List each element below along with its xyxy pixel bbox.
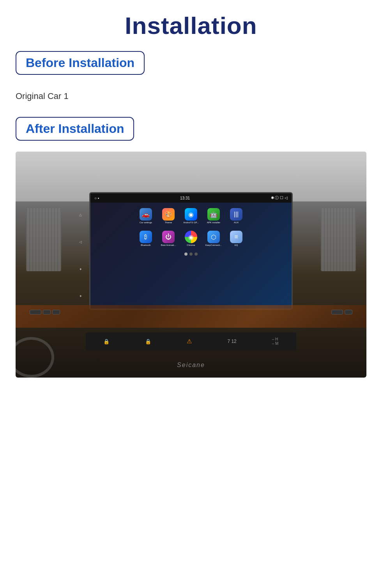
app-theme-label: Theme bbox=[165, 221, 172, 224]
app-aux-label: AUX bbox=[234, 221, 239, 224]
app-easy-label: EasyConnecti... bbox=[205, 244, 222, 246]
app-boot-icon: ⏻ bbox=[162, 231, 175, 243]
app-eq[interactable]: ≡ EQ bbox=[226, 228, 246, 249]
app-androits-icon: ◉ bbox=[185, 208, 197, 221]
app-easy-icon: ⬡ bbox=[207, 231, 220, 243]
app-boot-animation[interactable]: ⏻ Boot Animati... bbox=[158, 228, 179, 249]
app-apk-label: APK installer bbox=[207, 221, 220, 224]
vent-right-after bbox=[321, 208, 356, 271]
app-aux[interactable]: ||| AUX bbox=[226, 206, 246, 226]
after-bottom-controls: 🔒 🔒 ⚠ 7 12 – H– M bbox=[86, 332, 296, 350]
app-theme-icon: 🎨 bbox=[162, 208, 175, 221]
left-lower-controls bbox=[30, 310, 60, 314]
after-car-image: △ ◁ ✦ ✦ ○ ▪ 13:31 ✱ ⓘ ☐ ◁ 🚗 Car settings bbox=[16, 152, 366, 378]
app-boot-label: Boot Animati... bbox=[161, 244, 176, 246]
app-theme[interactable]: 🎨 Theme bbox=[158, 206, 179, 226]
before-installation-badge: Before Installation bbox=[16, 51, 145, 75]
steering-wheel-after bbox=[16, 337, 54, 378]
side-controls-left: △ ◁ ✦ ✦ bbox=[72, 201, 89, 310]
android-right-status: ✱ ⓘ ☐ ◁ bbox=[271, 195, 288, 201]
app-apk-icon: 🤖 bbox=[207, 208, 220, 221]
app-car-settings-label: Car settings bbox=[140, 221, 152, 224]
android-time: 13:31 bbox=[180, 196, 190, 200]
after-installation-badge: After Installation bbox=[16, 117, 134, 141]
app-aux-icon: ||| bbox=[230, 208, 242, 221]
android-row-1: 🚗 Car settings 🎨 Theme ◉ AndroiTS GP... … bbox=[94, 206, 288, 226]
app-chrome[interactable]: ◉ Chrome bbox=[181, 228, 201, 249]
app-easy-connect[interactable]: ⬡ EasyConnecti... bbox=[203, 228, 224, 249]
app-car-settings-icon: 🚗 bbox=[140, 208, 152, 221]
app-bluetooth[interactable]: ₿ Bluetooth bbox=[136, 228, 156, 249]
android-head-unit[interactable]: ○ ▪ 13:31 ✱ ⓘ ☐ ◁ 🚗 Car settings 🎨 Theme bbox=[89, 192, 293, 310]
app-androits-label: AndroiTS GP... bbox=[183, 221, 199, 224]
wood-trim-after bbox=[16, 305, 366, 328]
vent-left-after bbox=[26, 208, 61, 271]
after-installation-label: After Installation bbox=[26, 122, 124, 136]
android-row-2: ₿ Bluetooth ⏻ Boot Animati... ◉ Chrome ⬡… bbox=[94, 228, 288, 249]
app-eq-icon: ≡ bbox=[230, 231, 242, 243]
right-lower-controls bbox=[331, 310, 352, 314]
android-statusbar: ○ ▪ 13:31 ✱ ⓘ ☐ ◁ bbox=[90, 193, 292, 203]
app-eq-label: EQ bbox=[235, 244, 238, 246]
app-androits[interactable]: ◉ AndroiTS GP... bbox=[181, 206, 201, 226]
app-chrome-label: Chrome bbox=[187, 244, 195, 246]
android-app-grid: 🚗 Car settings 🎨 Theme ◉ AndroiTS GP... … bbox=[90, 203, 292, 309]
before-caption: Original Car 1 bbox=[16, 91, 69, 101]
before-installation-label: Before Installation bbox=[26, 56, 134, 70]
android-left-status: ○ ▪ bbox=[94, 196, 99, 200]
page-title: Installation bbox=[125, 12, 257, 39]
app-apk-installer[interactable]: 🤖 APK installer bbox=[203, 206, 224, 226]
app-bluetooth-label: Bluetooth bbox=[141, 244, 150, 246]
app-bluetooth-icon: ₿ bbox=[140, 231, 152, 243]
app-car-settings[interactable]: 🚗 Car settings bbox=[136, 206, 156, 226]
app-chrome-icon: ◉ bbox=[185, 231, 197, 243]
brand-seicane: Seicane bbox=[177, 362, 205, 369]
